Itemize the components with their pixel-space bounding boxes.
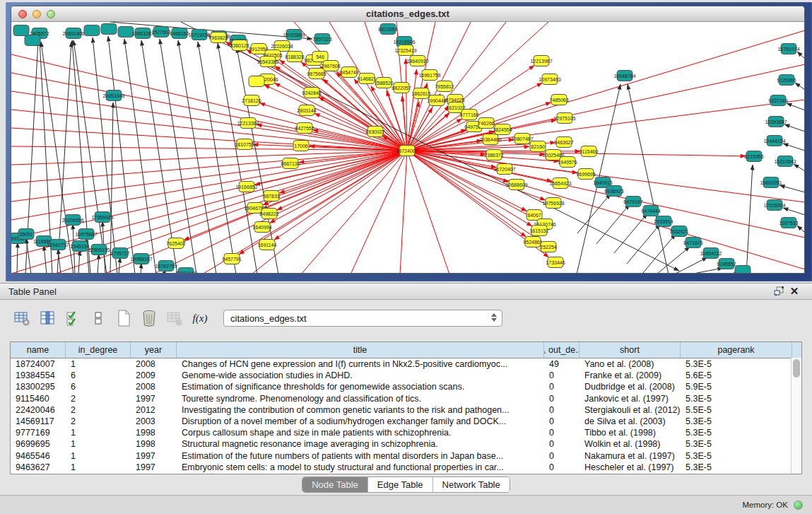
graph-node[interactable]: 8813054 (378, 24, 397, 35)
graph-node[interactable]: 12213967 (530, 56, 552, 66)
window-titlebar[interactable]: citations_edges.txt (11, 6, 804, 22)
table-row[interactable]: 911546021997Tourette syndrome. Phenomeno… (11, 393, 801, 404)
graph-node[interactable]: 10807487 (511, 134, 533, 144)
graph-node[interactable]: 8427552 (295, 123, 314, 134)
network-graph[interactable]: 1872400724055722069140610653287152760264… (11, 22, 804, 273)
graph-node[interactable]: 16782759 (155, 261, 177, 271)
graph-node[interactable]: 2803144 (297, 105, 316, 116)
graph-node[interactable]: 7963822 (208, 33, 228, 43)
graph-node[interactable]: 20053346 (102, 90, 124, 101)
graph-node[interactable] (735, 266, 751, 274)
graph-node[interactable]: 8498222 (259, 209, 278, 219)
graph-node[interactable]: 9777169 (459, 110, 478, 120)
graph-node[interactable]: 1990448 (427, 95, 446, 106)
graph-node[interactable]: 9457791 (222, 254, 241, 264)
table-row[interactable]: 1872400712008Changes of HCN gene express… (11, 358, 801, 370)
graph-node[interactable]: 19958187 (130, 254, 152, 264)
graph-node[interactable]: 7857223 (312, 34, 331, 45)
column-header-short[interactable]: short (579, 342, 681, 358)
table-row[interactable]: 1830029562008Estimation of significance … (11, 381, 801, 392)
graph-node[interactable]: 8215955 (744, 151, 763, 162)
graph-node[interactable]: 82160 (530, 141, 546, 152)
graph-node[interactable]: 20364486 (479, 134, 501, 145)
graph-node[interactable]: 2933514 (654, 216, 673, 227)
graph-node[interactable]: 16033809 (283, 30, 305, 40)
graph-node[interactable]: 16543382 (257, 57, 278, 67)
graph-node[interactable]: 9245652 (717, 259, 736, 269)
graph-node[interactable]: 10973493 (539, 74, 560, 85)
column-header-title[interactable]: title (177, 342, 544, 358)
graph-node[interactable]: 12444154 (763, 136, 785, 146)
table-row[interactable]: 2242004622012Investigating the contribut… (11, 404, 801, 416)
graph-node[interactable]: 15751074 (777, 44, 799, 54)
graph-node[interactable]: 17359924 (91, 212, 113, 223)
graph-node[interactable]: 16210643 (774, 156, 796, 167)
select-columns-icon[interactable] (62, 308, 83, 329)
table-row[interactable]: 969969511998Structural magnetic resonanc… (11, 438, 801, 450)
function-builder-icon[interactable]: f(x) (189, 308, 211, 329)
graph-node[interactable]: 20206556 (61, 215, 83, 226)
float-panel-icon[interactable] (771, 285, 787, 298)
graph-node[interactable]: 1527602 (151, 27, 170, 37)
graph-node[interactable]: 1588520 (374, 78, 393, 88)
graph-node[interactable]: 8454749 (339, 67, 358, 78)
column-header-out_de[interactable]: △out_de... (544, 342, 579, 358)
graph-node[interactable]: 9875685 (307, 69, 326, 79)
graph-node[interactable]: 8471676 (683, 238, 702, 248)
graph-node[interactable]: 17006 (293, 141, 309, 151)
graph-node[interactable]: 1615152 (529, 226, 548, 236)
graph-node[interactable]: 16648784 (613, 71, 635, 81)
graph-node[interactable]: 252254 (540, 242, 556, 252)
graph-node[interactable]: 1545194 (70, 241, 89, 252)
network-canvas[interactable]: 1872400724055722069140610653287152760264… (11, 22, 804, 273)
graph-node[interactable]: 20691406 (62, 28, 84, 39)
delete-column-trash-icon[interactable] (139, 308, 160, 329)
graph-node[interactable]: 12923448 (175, 268, 196, 274)
graph-node[interactable]: 18724007 (396, 146, 418, 156)
graph-node[interactable]: 7485063 (549, 95, 568, 105)
table-row[interactable]: 1456911722003Disruption of a novel membe… (11, 416, 801, 427)
graph-node[interactable]: 12942737 (47, 240, 69, 250)
graph-node[interactable]: 10653287 (131, 28, 153, 39)
graph-node[interactable]: 8938923 (604, 186, 623, 197)
tab-network-table[interactable]: Network Table (433, 477, 510, 492)
graph-node[interactable]: 10688609 (505, 180, 527, 190)
column-header-in_degree[interactable]: in_degree (66, 342, 131, 358)
graph-node[interactable]: 8667130 (281, 158, 300, 169)
graph-node[interactable] (101, 24, 117, 35)
table-row[interactable]: 946362711997Embryonic stem cells: a mode… (11, 462, 801, 473)
graph-node[interactable]: 1949576 (558, 157, 577, 168)
graph-node[interactable]: 12325419 (394, 45, 416, 56)
graph-node[interactable]: 35051 (18, 229, 34, 240)
table-selector-dropdown[interactable]: citations_edges.txt (223, 310, 502, 327)
show-column-icon[interactable] (37, 308, 58, 329)
row-height-icon[interactable] (88, 308, 109, 329)
table-row[interactable]: 946554611997Estimation of the future num… (11, 450, 801, 462)
graph-node[interactable] (13, 25, 29, 36)
graph-node[interactable]: 2930027 (365, 127, 384, 137)
graph-node[interactable]: 1810755 (235, 139, 254, 150)
graph-node[interactable]: 8360128 (230, 40, 249, 51)
graph-node[interactable]: 10975887 (75, 229, 97, 240)
graph-node[interactable]: 9474444 (641, 206, 660, 216)
graph-node[interactable]: 6479197 (623, 197, 642, 207)
new-document-icon[interactable] (113, 308, 134, 329)
graph-node[interactable]: 7632621 (669, 226, 688, 237)
close-panel-icon[interactable]: ✕ (787, 285, 802, 298)
graph-node[interactable]: 16720407 (493, 164, 515, 175)
graph-node[interactable]: 1640994 (252, 222, 271, 233)
graph-node[interactable]: 2718126 (242, 95, 261, 106)
graph-node[interactable]: 17016504 (763, 200, 785, 211)
graph-node[interactable] (84, 25, 100, 36)
graph-node[interactable]: 12093887 (765, 117, 787, 127)
graph-node[interactable]: 587833 (263, 191, 279, 201)
graph-node[interactable]: 7955812 (435, 81, 454, 92)
graph-node[interactable]: 1862615 (411, 88, 430, 99)
graph-node[interactable]: 15692951 (760, 177, 782, 188)
graph-node[interactable]: 12975105 (553, 113, 575, 124)
column-header-pagerank[interactable]: pagerank (681, 342, 792, 358)
graph-node[interactable]: 15654923 (549, 178, 571, 189)
graph-node[interactable]: 7386372 (484, 150, 503, 160)
graph-node[interactable]: 1167533 (779, 218, 799, 228)
graph-node[interactable]: 19166852 (235, 182, 257, 192)
